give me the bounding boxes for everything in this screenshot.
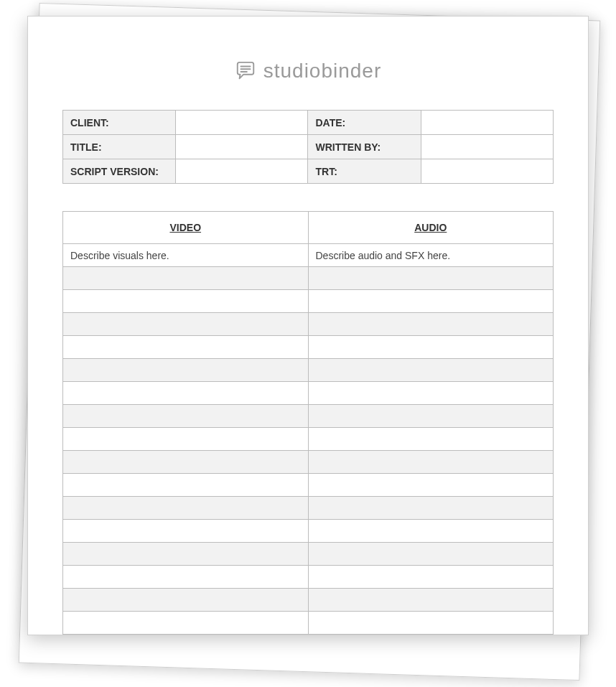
meta-value[interactable] bbox=[421, 135, 553, 159]
video-column-header: VIDEO bbox=[63, 212, 309, 244]
meta-value[interactable] bbox=[176, 135, 308, 159]
table-row: Describe visuals here.Describe audio and… bbox=[63, 244, 554, 267]
audio-cell[interactable] bbox=[308, 382, 554, 405]
video-cell[interactable] bbox=[63, 428, 309, 451]
audio-cell[interactable] bbox=[308, 267, 554, 290]
table-row bbox=[63, 382, 554, 405]
front-page: studiobinder CLIENT:DATE:TITLE:WRITTEN B… bbox=[27, 16, 589, 635]
table-row bbox=[63, 359, 554, 382]
script-table: VIDEO AUDIO Describe visuals here.Descri… bbox=[62, 211, 554, 635]
audio-cell[interactable] bbox=[308, 474, 554, 497]
video-cell[interactable] bbox=[63, 336, 309, 359]
video-cell[interactable] bbox=[63, 405, 309, 428]
table-row bbox=[63, 405, 554, 428]
video-cell[interactable]: Describe visuals here. bbox=[63, 244, 309, 267]
audio-cell[interactable] bbox=[308, 451, 554, 474]
table-row bbox=[63, 451, 554, 474]
video-cell[interactable] bbox=[63, 290, 309, 313]
paper-stack: studiobinder CLIENT:DATE:TITLE:WRITTEN B… bbox=[27, 16, 589, 676]
video-cell[interactable] bbox=[63, 451, 309, 474]
video-cell[interactable] bbox=[63, 497, 309, 520]
meta-value[interactable] bbox=[421, 159, 553, 184]
table-row bbox=[63, 474, 554, 497]
audio-cell[interactable] bbox=[308, 543, 554, 566]
video-cell[interactable] bbox=[63, 566, 309, 589]
meta-row: SCRIPT VERSION:TRT: bbox=[63, 159, 554, 184]
table-row bbox=[63, 313, 554, 336]
audio-cell[interactable] bbox=[308, 612, 554, 635]
video-cell[interactable] bbox=[63, 382, 309, 405]
meta-label: DATE: bbox=[308, 111, 421, 135]
video-cell[interactable] bbox=[63, 359, 309, 382]
audio-cell[interactable] bbox=[308, 336, 554, 359]
brand-header: studiobinder bbox=[62, 60, 554, 83]
table-row bbox=[63, 428, 554, 451]
meta-label: CLIENT: bbox=[63, 111, 176, 135]
meta-row: CLIENT:DATE: bbox=[63, 111, 554, 135]
meta-label: TITLE: bbox=[63, 135, 176, 159]
video-cell[interactable] bbox=[63, 313, 309, 336]
meta-row: TITLE:WRITTEN BY: bbox=[63, 135, 554, 159]
meta-label: TRT: bbox=[308, 159, 421, 184]
audio-cell[interactable] bbox=[308, 359, 554, 382]
brand-name: studiobinder bbox=[263, 60, 382, 83]
meta-label: SCRIPT VERSION: bbox=[63, 159, 176, 184]
audio-cell[interactable] bbox=[308, 428, 554, 451]
audio-cell[interactable] bbox=[308, 313, 554, 336]
audio-cell[interactable] bbox=[308, 405, 554, 428]
table-row bbox=[63, 589, 554, 612]
video-cell[interactable] bbox=[63, 589, 309, 612]
video-cell[interactable] bbox=[63, 520, 309, 543]
chat-bubble-icon bbox=[235, 60, 256, 82]
meta-value[interactable] bbox=[176, 159, 308, 184]
table-row bbox=[63, 336, 554, 359]
audio-cell[interactable] bbox=[308, 566, 554, 589]
video-cell[interactable] bbox=[63, 612, 309, 635]
meta-label: WRITTEN BY: bbox=[308, 135, 421, 159]
table-row bbox=[63, 543, 554, 566]
table-row bbox=[63, 497, 554, 520]
table-row bbox=[63, 566, 554, 589]
audio-cell[interactable]: Describe audio and SFX here. bbox=[308, 244, 554, 267]
meta-value[interactable] bbox=[176, 111, 308, 135]
audio-cell[interactable] bbox=[308, 520, 554, 543]
video-cell[interactable] bbox=[63, 543, 309, 566]
meta-table: CLIENT:DATE:TITLE:WRITTEN BY:SCRIPT VERS… bbox=[62, 110, 554, 184]
table-row bbox=[63, 267, 554, 290]
table-row bbox=[63, 290, 554, 313]
video-cell[interactable] bbox=[63, 474, 309, 497]
meta-value[interactable] bbox=[421, 111, 553, 135]
audio-column-header: AUDIO bbox=[308, 212, 554, 244]
audio-cell[interactable] bbox=[308, 589, 554, 612]
video-cell[interactable] bbox=[63, 267, 309, 290]
audio-cell[interactable] bbox=[308, 497, 554, 520]
table-row bbox=[63, 520, 554, 543]
table-row bbox=[63, 612, 554, 635]
audio-cell[interactable] bbox=[308, 290, 554, 313]
